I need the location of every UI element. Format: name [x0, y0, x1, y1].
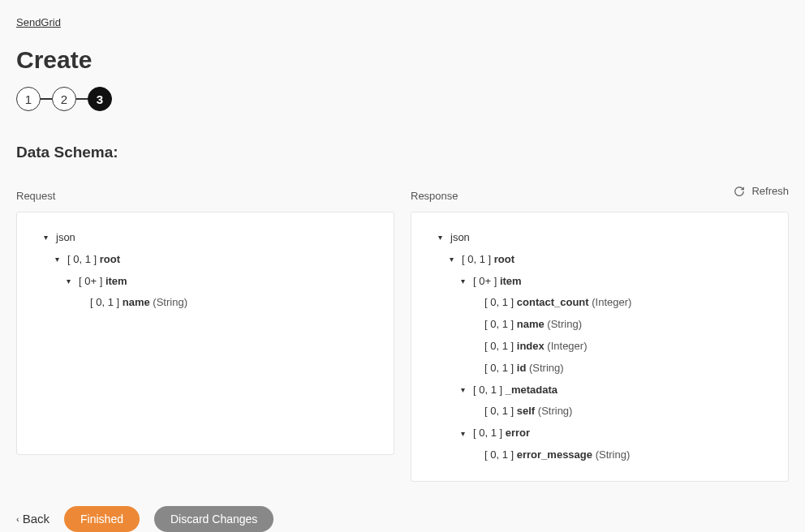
- cardinality: [ 0, 1 ]: [67, 251, 97, 268]
- tree-row-leaf[interactable]: [ 0, 1 ] id (String): [426, 358, 773, 380]
- tree-row-json[interactable]: ▾ json: [426, 227, 773, 249]
- field-name: index: [517, 338, 545, 355]
- cardinality: [ 0, 1 ]: [473, 382, 502, 399]
- tree-node-label: json: [450, 230, 470, 247]
- chevron-down-icon: ▾: [62, 275, 74, 288]
- refresh-icon: [734, 186, 745, 197]
- field-name: name: [517, 316, 545, 333]
- chevron-down-icon: ▾: [40, 231, 51, 244]
- page-title: Create: [16, 46, 789, 74]
- refresh-label: Refresh: [751, 185, 789, 197]
- footer-actions: ‹ Back Finished Discard Changes: [16, 506, 789, 532]
- field-type: (String): [153, 294, 187, 311]
- cardinality: [ 0, 1 ]: [462, 251, 491, 268]
- tree-row-leaf[interactable]: [ 0, 1 ] contact_count (Integer): [426, 292, 773, 314]
- field-name: _metadata: [506, 382, 557, 399]
- cardinality: [ 0+ ]: [473, 273, 497, 290]
- tree-row-leaf[interactable]: [ 0, 1 ] self (String): [426, 401, 773, 423]
- field-type: (String): [538, 403, 573, 420]
- tree-row-leaf[interactable]: [ 0, 1 ] index (Integer): [426, 336, 773, 358]
- field-name: name: [123, 294, 150, 311]
- section-title: Data Schema:: [16, 144, 789, 161]
- chevron-down-icon: ▾: [434, 231, 446, 244]
- step-connector: [76, 98, 88, 100]
- field-name: error_message: [517, 447, 592, 464]
- cardinality: [ 0, 1 ]: [473, 425, 502, 442]
- discard-button[interactable]: Discard Changes: [154, 506, 273, 532]
- tree-row-json[interactable]: ▾ json: [32, 227, 379, 249]
- response-column: Response ▾ json ▾ [ 0, 1 ] root ▾ [ 0+ ]…: [411, 190, 789, 482]
- refresh-button[interactable]: Refresh: [734, 185, 789, 197]
- chevron-down-icon: ▾: [457, 427, 468, 440]
- field-type: (String): [547, 316, 582, 333]
- cardinality: [ 0, 1 ]: [484, 338, 514, 355]
- field-name: id: [517, 360, 527, 377]
- cardinality: [ 0+ ]: [79, 273, 102, 290]
- tree-row-leaf[interactable]: [ 0, 1 ] name (String): [426, 314, 773, 336]
- step-2[interactable]: 2: [52, 87, 76, 111]
- response-label: Response: [411, 190, 789, 202]
- tree-row-leaf[interactable]: [ 0, 1 ] error_message (String): [426, 444, 773, 466]
- step-3[interactable]: 3: [88, 87, 112, 111]
- field-type: (String): [596, 447, 631, 464]
- finished-button[interactable]: Finished: [64, 506, 140, 532]
- tree-row-root[interactable]: ▾ [ 0, 1 ] root: [32, 249, 379, 271]
- chevron-down-icon: ▾: [51, 253, 62, 266]
- field-name: root: [100, 251, 120, 268]
- tree-row-item[interactable]: ▾ [ 0+ ] item: [32, 271, 379, 293]
- field-name: item: [500, 273, 522, 290]
- cardinality: [ 0, 1 ]: [484, 294, 514, 311]
- tree-row-leaf[interactable]: [ 0, 1 ] name (String): [32, 292, 379, 314]
- field-type: (Integer): [592, 294, 631, 311]
- field-name: item: [105, 273, 127, 290]
- back-label: Back: [23, 512, 50, 526]
- field-name: self: [517, 403, 535, 420]
- step-1[interactable]: 1: [16, 87, 41, 111]
- tree-row-root[interactable]: ▾ [ 0, 1 ] root: [426, 249, 773, 271]
- request-label: Request: [16, 190, 394, 202]
- request-column: Request ▾ json ▾ [ 0, 1 ] root ▾ [ 0+ ] …: [16, 190, 394, 482]
- tree-row-metadata[interactable]: ▾ [ 0, 1 ] _metadata: [426, 380, 773, 401]
- step-connector: [41, 98, 52, 100]
- response-panel: ▾ json ▾ [ 0, 1 ] root ▾ [ 0+ ] item [ 0…: [411, 212, 789, 482]
- chevron-left-icon: ‹: [16, 514, 19, 524]
- breadcrumb: SendGrid: [16, 16, 789, 28]
- cardinality: [ 0, 1 ]: [484, 403, 514, 420]
- field-type: (Integer): [547, 338, 587, 355]
- field-type: (String): [529, 360, 564, 377]
- tree-row-item[interactable]: ▾ [ 0+ ] item: [426, 271, 773, 293]
- chevron-down-icon: ▾: [446, 253, 457, 266]
- chevron-down-icon: ▾: [457, 275, 468, 288]
- chevron-down-icon: ▾: [457, 384, 468, 397]
- cardinality: [ 0, 1 ]: [90, 294, 119, 311]
- breadcrumb-parent-link[interactable]: SendGrid: [16, 16, 61, 28]
- field-name: error: [506, 425, 530, 442]
- cardinality: [ 0, 1 ]: [484, 447, 514, 464]
- cardinality: [ 0, 1 ]: [484, 360, 514, 377]
- tree-node-label: json: [56, 230, 75, 247]
- field-name: root: [494, 251, 514, 268]
- back-button[interactable]: ‹ Back: [16, 512, 50, 526]
- stepper: 1 2 3: [16, 87, 789, 111]
- request-panel: ▾ json ▾ [ 0, 1 ] root ▾ [ 0+ ] item [ 0…: [16, 212, 394, 455]
- tree-row-error[interactable]: ▾ [ 0, 1 ] error: [426, 423, 773, 444]
- cardinality: [ 0, 1 ]: [484, 316, 514, 333]
- field-name: contact_count: [517, 294, 589, 311]
